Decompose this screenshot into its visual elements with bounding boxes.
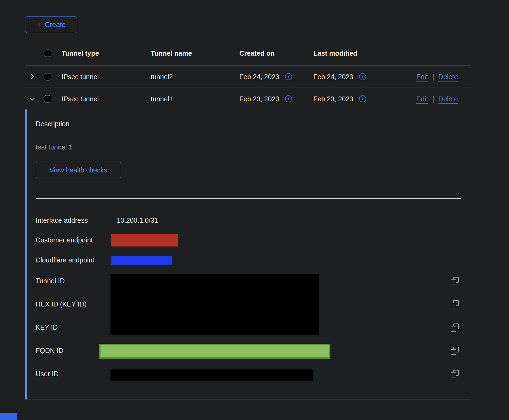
action-separator: |	[432, 73, 434, 81]
cloudflare-endpoint-label: Cloudflare endpoint	[36, 256, 94, 264]
chevron-right-icon[interactable]	[29, 73, 36, 80]
delete-link[interactable]: Delete	[438, 73, 458, 81]
select-all-checkbox[interactable]	[44, 49, 51, 57]
customer-endpoint-label: Customer endpoint	[36, 236, 93, 244]
cloudflare-endpoint-redacted-value	[111, 256, 172, 265]
created-on-date: Feb 23, 2023	[239, 95, 279, 103]
edit-link[interactable]: Edit	[416, 73, 428, 81]
header-last-modified: Last modified	[313, 49, 357, 57]
tunnel-id-label: Tunnel ID	[36, 277, 65, 285]
customer-endpoint-redacted-value	[111, 234, 178, 246]
table-row: IPsec tunnel tunnel1 Feb 23, 2023 i Feb …	[25, 88, 471, 110]
tunnel-type-cell: IPsec tunnel	[62, 95, 99, 103]
tunnel-name-cell: tunnel1	[151, 95, 173, 103]
last-modified-cell: Feb 23, 2023 i	[313, 95, 366, 103]
header-tunnel-type: Tunnel type	[62, 49, 99, 57]
hex-id-label: HEX ID (KEY ID)	[36, 300, 86, 308]
divider	[36, 198, 461, 199]
view-health-checks-button[interactable]: View health checks	[36, 162, 121, 178]
created-on-cell: Feb 24, 2023 i	[239, 73, 292, 81]
tunnel-name-cell: tunnel2	[151, 73, 173, 81]
info-icon[interactable]: i	[359, 95, 366, 102]
edit-link[interactable]: Edit	[416, 95, 428, 103]
row-actions: Edit | Delete	[416, 73, 458, 81]
divider	[25, 399, 471, 400]
table-row: IPsec tunnel tunnel2 Feb 24, 2023 i Feb …	[25, 66, 471, 88]
interface-address-label: Interface address	[36, 216, 88, 224]
user-id-redacted-value	[110, 369, 313, 381]
header-tunnel-name: Tunnel name	[151, 49, 192, 57]
ipsec-tunnels-page: + Create Tunnel type Tunnel name Created…	[0, 0, 509, 420]
row-actions: Edit | Delete	[416, 95, 458, 103]
key-id-label: KEY ID	[36, 324, 58, 331]
copy-icon[interactable]	[451, 277, 459, 285]
delete-link[interactable]: Delete	[438, 95, 458, 103]
fqdn-id-label: FQDN ID	[36, 347, 63, 355]
copy-icon[interactable]	[451, 300, 459, 308]
fqdn-id-redacted-value	[99, 344, 330, 359]
user-id-label: User ID	[36, 370, 59, 378]
select-row-checkbox[interactable]	[44, 95, 51, 102]
ids-redacted-value	[110, 274, 319, 335]
copy-icon[interactable]	[451, 324, 459, 332]
header-created-on: Created on	[239, 49, 275, 57]
action-separator: |	[432, 95, 434, 103]
last-modified-cell: Feb 24, 2023 i	[313, 73, 366, 81]
info-icon[interactable]: i	[359, 73, 366, 80]
create-button-label: Create	[45, 21, 66, 29]
create-button[interactable]: + Create	[25, 16, 77, 33]
last-modified-date: Feb 24, 2023	[313, 73, 353, 81]
chevron-down-icon[interactable]	[29, 95, 36, 102]
plus-icon: +	[37, 21, 42, 29]
created-on-date: Feb 24, 2023	[239, 73, 279, 81]
copy-icon[interactable]	[451, 347, 459, 355]
interface-address-value: 10.200.1.0/31	[117, 216, 158, 224]
view-health-checks-label: View health checks	[49, 166, 107, 174]
copy-icon[interactable]	[451, 370, 459, 378]
description-label: Description	[36, 120, 69, 128]
expanded-row-accent-bar	[25, 109, 27, 400]
select-row-checkbox[interactable]	[44, 73, 51, 80]
last-modified-date: Feb 23, 2023	[313, 95, 353, 103]
info-icon[interactable]: i	[285, 95, 292, 102]
info-icon[interactable]: i	[285, 73, 292, 80]
tunnel-type-cell: IPsec tunnel	[62, 73, 99, 81]
created-on-cell: Feb 23, 2023 i	[239, 95, 292, 103]
bottom-left-accent-bar	[0, 413, 17, 420]
table-header-row: Tunnel type Tunnel name Created on Last …	[25, 41, 471, 66]
description-value: test tunnel 1	[36, 143, 72, 151]
